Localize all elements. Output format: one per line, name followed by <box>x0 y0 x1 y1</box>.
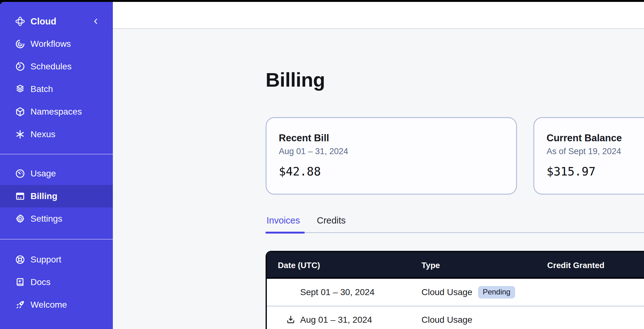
invoice-type-cell: Cloud Usage <box>421 306 472 329</box>
tab-divider-line <box>266 232 644 233</box>
sidebar-item-nexus[interactable]: Nexus <box>0 123 113 146</box>
sidebar-divider <box>0 154 113 154</box>
card-amount: $42.88 <box>279 165 504 178</box>
download-icon <box>286 315 296 325</box>
sidebar-item-label: Usage <box>30 169 56 179</box>
namespaces-cube-icon <box>15 106 25 117</box>
table-header-row: Date (UTC) Type Credit Granted <box>267 252 644 279</box>
welcome-rocket-icon <box>15 299 25 310</box>
nexus-asterisk-icon <box>15 129 25 140</box>
column-header-credit: Credit Granted <box>547 252 604 279</box>
usage-gauge-icon <box>15 168 25 179</box>
sidebar-item-schedules[interactable]: Schedules <box>0 55 113 78</box>
sidebar-item-label: Batch <box>30 84 53 94</box>
sidebar-item-label: Namespaces <box>30 107 82 117</box>
sidebar-item-label: Support <box>30 255 61 265</box>
chevron-left-icon <box>92 17 100 25</box>
column-header-type: Type <box>421 252 440 279</box>
sidebar-item-billing[interactable]: Billing <box>0 185 113 208</box>
column-header-date: Date (UTC) <box>278 252 320 279</box>
sidebar-item-welcome[interactable]: Welcome <box>0 294 113 316</box>
card-subtitle: Aug 01 – 31, 2024 <box>279 147 504 156</box>
table-row[interactable]: Sept 01 – 30, 2024 Cloud Usage Pending <box>267 279 644 306</box>
active-tab-underline <box>266 232 305 234</box>
sidebar-item-usage[interactable]: Usage <box>0 162 113 185</box>
card-title: Current Balance <box>547 132 644 144</box>
sidebar-brand: Cloud <box>0 10 113 33</box>
temporal-logo-icon <box>15 16 25 27</box>
recent-bill-card: Recent Bill Aug 01 – 31, 2024 $42.88 <box>266 117 517 195</box>
invoice-type: Cloud Usage <box>421 287 472 297</box>
sidebar-item-settings[interactable]: Settings <box>0 208 113 230</box>
sidebar-item-label: Billing <box>30 191 58 201</box>
card-title: Recent Bill <box>279 132 504 144</box>
app-window: Cloud Workflows <box>0 2 644 329</box>
brand-label: Cloud <box>30 16 56 27</box>
sidebar-item-support[interactable]: Support <box>0 248 113 271</box>
invoice-date: Aug 01 – 31, 2024 <box>300 306 372 329</box>
card-amount: $315.97 <box>547 165 644 178</box>
table-row[interactable]: Aug 01 – 31, 2024 Cloud Usage <box>267 306 644 329</box>
top-bar <box>113 2 644 29</box>
billing-card-icon <box>15 191 25 202</box>
sidebar-item-label: Welcome <box>30 300 67 310</box>
tab-credits[interactable]: Credits <box>317 215 346 226</box>
schedules-timer-icon <box>15 61 25 72</box>
sidebar-divider <box>0 239 113 240</box>
sidebar-item-docs[interactable]: Docs <box>0 271 113 294</box>
tab-invoices[interactable]: Invoices <box>267 215 300 226</box>
sidebar-item-label: Nexus <box>30 129 55 139</box>
sidebar: Cloud Workflows <box>0 2 113 329</box>
page-title: Billing <box>266 68 325 91</box>
settings-gear-icon <box>15 213 25 224</box>
current-balance-card: Current Balance As of Sept 19, 2024 $315… <box>533 117 644 195</box>
sidebar-item-label: Settings <box>30 214 62 224</box>
status-badge: Pending <box>478 286 515 299</box>
sidebar-item-label: Schedules <box>30 62 72 72</box>
invoice-date: Sept 01 – 30, 2024 <box>300 279 375 306</box>
invoice-type-cell: Cloud Usage Pending <box>421 279 515 306</box>
download-invoice-button[interactable] <box>285 314 296 325</box>
sidebar-item-label: Docs <box>30 277 51 287</box>
sidebar-item-namespaces[interactable]: Namespaces <box>0 100 113 123</box>
sidebar-item-batch[interactable]: Batch <box>0 78 113 100</box>
card-subtitle: As of Sept 19, 2024 <box>547 147 644 156</box>
sidebar-item-workflows[interactable]: Workflows <box>0 33 113 55</box>
support-lifebuoy-icon <box>15 254 25 265</box>
main-content: Billing Recent Bill Aug 01 – 31, 2024 $4… <box>113 30 644 329</box>
invoice-type: Cloud Usage <box>421 315 472 325</box>
batch-layers-icon <box>15 84 25 94</box>
invoices-table: Date (UTC) Type Credit Granted Sept 01 –… <box>266 251 644 329</box>
sidebar-collapse-button[interactable] <box>88 10 103 33</box>
sidebar-item-label: Workflows <box>30 39 71 49</box>
workflows-spiral-icon <box>15 39 25 49</box>
docs-book-icon <box>15 277 25 288</box>
